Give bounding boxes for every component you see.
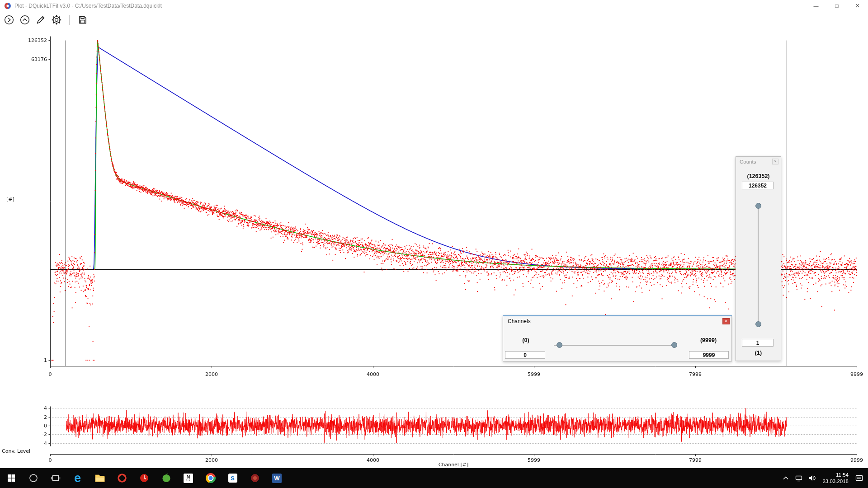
channels-panel-close-button[interactable]: × — [722, 318, 730, 324]
tray-clock[interactable]: 11:54 23.03.2018 — [821, 472, 850, 484]
task-view-icon — [51, 474, 61, 483]
counts-slider-upper-handle[interactable] — [755, 203, 761, 209]
action-center-button[interactable] — [854, 471, 863, 485]
task-view-button[interactable] — [44, 468, 66, 488]
pencil-icon — [35, 14, 46, 25]
counts-panel: Counts × (126352) (1) — [736, 156, 781, 361]
tray-time: 11:54 — [836, 472, 849, 478]
save-button[interactable] — [76, 14, 89, 26]
window-title: Plot - DQuickLTFit v3.0 - C:/Users/TestD… — [14, 3, 162, 9]
edit-button[interactable] — [34, 14, 47, 26]
counts-max-input[interactable] — [742, 182, 774, 189]
settings-button[interactable] — [50, 14, 62, 26]
start-button[interactable] — [0, 468, 22, 488]
counts-panel-close-button[interactable]: × — [772, 159, 778, 164]
edge-icon: e — [74, 472, 81, 484]
counts-max-bracket-label: (126352) — [736, 173, 781, 179]
dark-red-circle-icon — [250, 473, 260, 483]
minimize-button[interactable]: — — [806, 0, 826, 12]
tray-volume[interactable] — [807, 471, 816, 485]
channels-slider-lower-handle[interactable] — [557, 342, 562, 348]
s-app-icon: S — [228, 474, 237, 483]
taskbar-item-app-darkred[interactable] — [244, 468, 266, 488]
save-icon — [77, 14, 88, 25]
red-ring-icon — [117, 473, 127, 483]
channels-min-bracket-label: (0) — [512, 337, 539, 343]
red-clock-icon — [139, 473, 149, 483]
application-window: 126352631761020004000599979999999420-2-4… — [0, 0, 868, 488]
chevron-up-circle-icon — [19, 14, 30, 25]
channels-max-bracket-label: (9999) — [695, 337, 722, 343]
taskbar: e N SIK — [0, 468, 868, 488]
taskbar-item-app-red-ring[interactable] — [111, 468, 133, 488]
app-icon — [4, 2, 11, 9]
play-circle-icon — [4, 14, 14, 25]
counts-min-input[interactable] — [742, 339, 774, 347]
action-center-icon — [855, 475, 863, 482]
tray-date: 23.03.2018 — [822, 478, 849, 484]
chevron-up-icon — [783, 475, 789, 481]
channels-panel-title: Channels — [508, 318, 531, 324]
tray-network[interactable] — [794, 471, 803, 485]
residual-plot-ylabel: Conv. Level — [2, 448, 30, 454]
green-circle-icon — [161, 473, 171, 483]
taskbar-item-app-s[interactable]: S — [222, 468, 244, 488]
tray-show-hidden-icons[interactable] — [781, 471, 790, 485]
taskbar-item-word[interactable]: W — [266, 468, 288, 488]
search-icon — [28, 473, 38, 483]
main-plot-ylabel: [#] — [6, 196, 14, 202]
counts-min-bracket-label: (1) — [736, 350, 781, 356]
counts-panel-title: Counts — [740, 159, 756, 164]
speaker-icon — [808, 475, 816, 481]
taskbar-item-edge[interactable]: e — [66, 468, 89, 488]
toolbar-separator — [69, 15, 70, 25]
system-tray: 11:54 23.03.2018 — [781, 468, 868, 488]
taskbar-item-app-clock[interactable] — [133, 468, 155, 488]
channels-panel: Channels × (0) (9999) — [503, 315, 732, 361]
chrome-icon — [206, 473, 216, 483]
taskbar-item-chrome[interactable] — [199, 468, 222, 488]
channels-min-input[interactable] — [505, 351, 545, 359]
taskbar-item-app-green[interactable] — [155, 468, 177, 488]
close-button[interactable]: × — [847, 0, 868, 12]
residual-plot-xlabel: Channel [#] — [439, 462, 468, 468]
gear-icon — [51, 14, 62, 25]
windows-logo-icon — [7, 474, 16, 483]
channels-slider-track[interactable] — [554, 345, 677, 346]
window-titlebar: Plot - DQuickLTFit v3.0 - C:/Users/TestD… — [0, 0, 868, 12]
counts-slider-track[interactable] — [758, 206, 759, 324]
channels-slider-upper-handle[interactable] — [671, 342, 677, 348]
folder-icon — [94, 474, 105, 483]
channels-max-input[interactable] — [689, 351, 729, 359]
word-icon: W — [272, 474, 282, 483]
n-app-icon: N SIK — [184, 474, 193, 483]
taskbar-item-app-n[interactable]: N SIK — [177, 468, 199, 488]
maximize-button[interactable]: □ — [826, 0, 847, 12]
run-fit-button[interactable] — [3, 14, 15, 26]
taskbar-item-file-explorer[interactable] — [89, 468, 111, 488]
network-icon — [795, 475, 802, 482]
counts-slider-lower-handle[interactable] — [755, 321, 761, 327]
toolbar — [3, 14, 89, 26]
window-controls: — □ × — [806, 0, 868, 12]
raise-button[interactable] — [19, 14, 31, 26]
search-button[interactable] — [22, 468, 44, 488]
